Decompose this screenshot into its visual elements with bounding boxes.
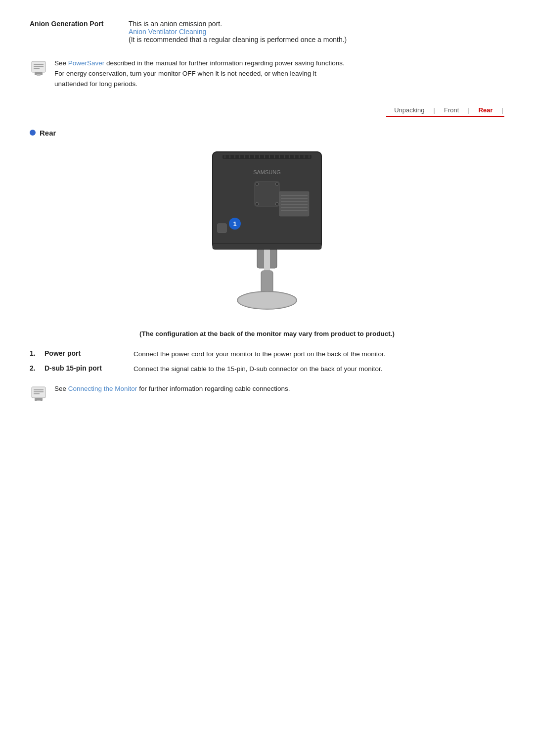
svg-rect-48 [32, 387, 45, 398]
rear-heading-text: Rear [40, 129, 56, 137]
svg-point-28 [256, 183, 259, 186]
note2-text: See Connecting the Monitor for further i… [54, 384, 290, 394]
anion-link[interactable]: Anion Ventilator Cleaning [129, 28, 206, 36]
item6-note: (It is recommended that a regular cleani… [129, 36, 504, 44]
tab-rear[interactable]: Rear [471, 104, 501, 116]
note-box-1: See PowerSaver described in the manual f… [30, 58, 504, 90]
item6-desc: This is an anion emission port. [129, 20, 504, 28]
svg-rect-53 [37, 400, 41, 401]
monitor-image-container: SAMSUNG 1 [30, 147, 504, 315]
svg-point-31 [275, 202, 278, 205]
note1-text: See PowerSaver described in the manual f… [54, 58, 345, 90]
svg-rect-7 [222, 155, 312, 159]
note-icon-2 [30, 385, 47, 403]
port2-label: D-sub 15-pin port [44, 364, 134, 374]
item6-content: This is an anion emission port. Anion Ve… [129, 20, 504, 44]
svg-text:1: 1 [233, 220, 236, 228]
nav-tabs-container: Unpacking | Front | Rear | [30, 104, 504, 117]
tab-front[interactable]: Front [436, 104, 467, 116]
nav-tabs: Unpacking | Front | Rear | [386, 104, 504, 117]
item6-row: Anion Generation Port This is an anion e… [30, 20, 504, 44]
item6-label: Anion Generation Port [30, 20, 129, 44]
anion-port-section: Anion Generation Port This is an anion e… [30, 20, 504, 44]
item6-link[interactable]: Anion Ventilator Cleaning [129, 28, 504, 36]
svg-rect-5 [37, 74, 41, 76]
svg-rect-47 [213, 243, 321, 249]
tab-unpacking[interactable]: Unpacking [386, 104, 432, 116]
blue-dot-icon [30, 130, 36, 136]
svg-point-46 [238, 292, 296, 308]
powersaver-link[interactable]: PowerSaver [68, 59, 105, 67]
svg-point-30 [256, 202, 259, 205]
svg-rect-27 [255, 182, 279, 206]
port1-desc: Connect the power cord for your monitor … [134, 349, 504, 359]
svg-rect-39 [218, 224, 226, 233]
monitor-rear-image: SAMSUNG 1 [198, 147, 336, 315]
rear-heading: Rear [30, 129, 504, 137]
nav-sep-3: | [501, 106, 504, 114]
connecting-monitor-link[interactable]: Connecting the Monitor [68, 385, 137, 392]
note-box-2: See Connecting the Monitor for further i… [30, 384, 504, 403]
port2-desc: Connect the signal cable to the 15-pin, … [134, 364, 504, 374]
svg-point-29 [275, 183, 278, 186]
nav-sep-2: | [467, 106, 470, 114]
svg-rect-0 [32, 61, 45, 72]
ports-section: 1. Power port Connect the power cord for… [30, 349, 504, 375]
port1-label: Power port [44, 349, 134, 359]
svg-rect-32 [279, 191, 309, 216]
svg-rect-43 [264, 248, 270, 273]
svg-text:SAMSUNG: SAMSUNG [253, 169, 281, 175]
port2-number: 2. [30, 364, 44, 374]
note-icon-1 [30, 59, 47, 77]
port1-number: 1. [30, 349, 44, 359]
rear-caption: (The configuration at the back of the mo… [30, 330, 504, 337]
port-row-1: 1. Power port Connect the power cord for… [30, 349, 504, 359]
nav-sep-1: | [433, 106, 436, 114]
port-row-2: 2. D-sub 15-pin port Connect the signal … [30, 364, 504, 374]
